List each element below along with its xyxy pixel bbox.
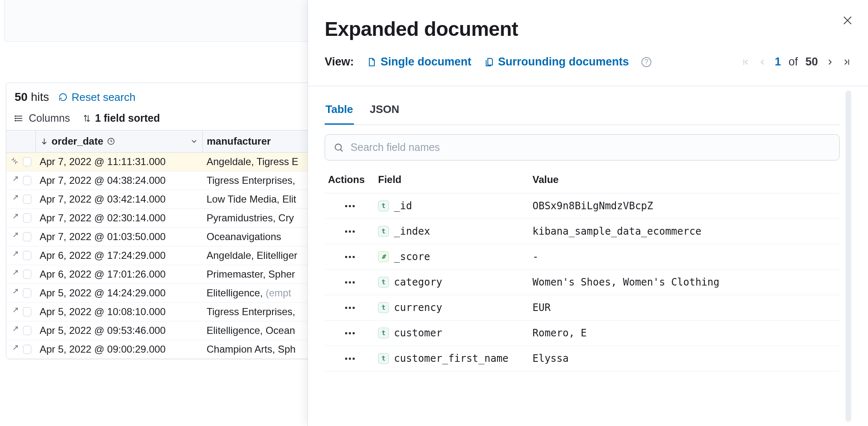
fields-table: Actions Field Value t_idOBSx9n8BiLgNmdzV… bbox=[325, 166, 840, 371]
pager-total: 50 bbox=[805, 55, 818, 68]
row-actions-button[interactable] bbox=[328, 281, 371, 283]
sort-icon bbox=[83, 114, 91, 123]
columns-button[interactable]: Columns bbox=[15, 112, 70, 124]
next-page-icon[interactable] bbox=[825, 58, 835, 67]
sort-info[interactable]: 1 field sorted bbox=[83, 112, 160, 124]
cell-order-date: Apr 6, 2022 @ 17:24:29.000 bbox=[35, 246, 202, 265]
field-type-badge: t bbox=[378, 277, 389, 288]
field-search-input[interactable] bbox=[351, 141, 831, 153]
tab-table[interactable]: Table bbox=[325, 103, 354, 125]
expand-row-icon[interactable] bbox=[10, 287, 19, 299]
pager-of: of bbox=[788, 55, 798, 68]
cell-order-date: Apr 7, 2022 @ 11:11:31.000 bbox=[35, 153, 202, 171]
reset-search-button[interactable]: Reset search bbox=[58, 91, 136, 104]
row-actions-button[interactable] bbox=[328, 332, 371, 334]
prev-page-icon[interactable] bbox=[758, 58, 767, 67]
expand-row-icon[interactable] bbox=[10, 156, 19, 168]
field-name: _index bbox=[394, 226, 430, 237]
chevron-down-icon[interactable] bbox=[190, 137, 198, 145]
refresh-icon bbox=[58, 93, 68, 102]
row-checkbox[interactable] bbox=[23, 176, 31, 185]
expand-row-icon[interactable] bbox=[10, 343, 19, 355]
field-type-badge: t bbox=[378, 200, 389, 211]
expand-row-icon[interactable] bbox=[10, 212, 19, 224]
row-checkbox[interactable] bbox=[23, 251, 31, 260]
field-name: customer_first_name bbox=[394, 353, 509, 364]
help-icon[interactable]: ? bbox=[641, 57, 651, 67]
row-checkbox[interactable] bbox=[23, 326, 31, 335]
expand-row-icon[interactable] bbox=[10, 193, 19, 205]
field-value: Women's Shoes, Women's Clothing bbox=[529, 270, 840, 295]
field-row: #_score - bbox=[325, 244, 840, 270]
expand-column-header bbox=[6, 130, 35, 153]
actions-header: Actions bbox=[325, 166, 375, 193]
first-page-icon[interactable] bbox=[741, 58, 750, 67]
cell-order-date: Apr 7, 2022 @ 04:38:24.000 bbox=[35, 171, 202, 190]
expand-row-icon[interactable] bbox=[10, 175, 19, 186]
row-actions-button[interactable] bbox=[328, 256, 371, 258]
row-checkbox[interactable] bbox=[23, 345, 31, 354]
cell-order-date: Apr 5, 2022 @ 09:53:46.000 bbox=[35, 321, 202, 340]
field-value: OBSx9n8BiLgNmdzVBcpZ bbox=[529, 193, 840, 219]
field-row: t_idOBSx9n8BiLgNmdzVBcpZ bbox=[325, 193, 840, 219]
row-checkbox[interactable] bbox=[23, 232, 31, 241]
field-row: tcustomerRomero, E bbox=[325, 321, 840, 346]
order-date-column-header[interactable]: order_date bbox=[35, 130, 202, 153]
row-checkbox[interactable] bbox=[23, 157, 31, 166]
flyout-title: Expanded document bbox=[325, 18, 851, 40]
document-icon bbox=[366, 57, 376, 67]
field-row: tcurrencyEUR bbox=[325, 295, 840, 321]
single-document-link[interactable]: Single document bbox=[366, 55, 472, 68]
field-type-badge: t bbox=[378, 328, 389, 338]
expand-row-icon[interactable] bbox=[10, 325, 19, 336]
row-checkbox[interactable] bbox=[23, 195, 31, 204]
search-icon bbox=[333, 142, 344, 153]
row-checkbox[interactable] bbox=[23, 270, 31, 279]
background-panel bbox=[4, 0, 313, 42]
last-page-icon[interactable] bbox=[842, 58, 851, 67]
field-row: t_indexkibana_sample_data_ecommerce bbox=[325, 219, 840, 244]
row-checkbox[interactable] bbox=[23, 213, 31, 223]
field-value: Romero, E bbox=[529, 321, 840, 346]
expand-row-icon[interactable] bbox=[10, 250, 19, 261]
field-type-badge: t bbox=[378, 226, 389, 237]
row-actions-button[interactable] bbox=[328, 205, 371, 207]
columns-icon bbox=[15, 114, 24, 123]
value-header: Value bbox=[529, 166, 840, 193]
field-type-badge: t bbox=[378, 302, 389, 313]
row-checkbox[interactable] bbox=[23, 307, 31, 316]
field-name: category bbox=[394, 276, 442, 288]
row-actions-button[interactable] bbox=[328, 307, 371, 309]
field-value: kibana_sample_data_ecommerce bbox=[529, 219, 840, 244]
field-search[interactable] bbox=[325, 134, 840, 160]
cell-order-date: Apr 7, 2022 @ 02:30:14.000 bbox=[35, 209, 202, 228]
row-actions-button[interactable] bbox=[328, 231, 371, 233]
pager-current: 1 bbox=[775, 55, 781, 68]
expand-row-icon[interactable] bbox=[10, 231, 19, 243]
field-value: - bbox=[529, 244, 840, 270]
cell-order-date: Apr 7, 2022 @ 03:42:14.000 bbox=[35, 190, 202, 209]
expand-row-icon[interactable] bbox=[10, 268, 19, 280]
field-name: customer bbox=[394, 327, 442, 339]
expanded-document-flyout: Expanded document View: Single document … bbox=[308, 0, 868, 426]
cell-order-date: Apr 5, 2022 @ 10:08:10.000 bbox=[35, 303, 202, 321]
field-row: tcustomer_first_nameElyssa bbox=[325, 346, 840, 371]
field-name: currency bbox=[394, 302, 442, 313]
field-type-badge: t bbox=[378, 353, 389, 364]
expand-row-icon[interactable] bbox=[10, 306, 19, 318]
svg-point-3 bbox=[15, 115, 16, 116]
documents-icon bbox=[484, 57, 494, 67]
surrounding-documents-link[interactable]: Surrounding documents bbox=[484, 55, 629, 68]
row-checkbox[interactable] bbox=[23, 288, 31, 298]
tab-json[interactable]: JSON bbox=[369, 103, 400, 125]
scrollbar[interactable] bbox=[845, 90, 851, 422]
row-actions-button[interactable] bbox=[328, 358, 371, 360]
svg-point-7 bbox=[335, 144, 341, 150]
cell-order-date: Apr 6, 2022 @ 17:01:26.000 bbox=[35, 265, 202, 284]
view-label: View: bbox=[325, 55, 354, 68]
field-value: EUR bbox=[529, 295, 840, 321]
field-name: _id bbox=[394, 200, 412, 212]
field-row: tcategoryWomen's Shoes, Women's Clothing bbox=[325, 270, 840, 295]
close-icon[interactable] bbox=[841, 14, 854, 27]
field-name: _score bbox=[394, 251, 430, 263]
